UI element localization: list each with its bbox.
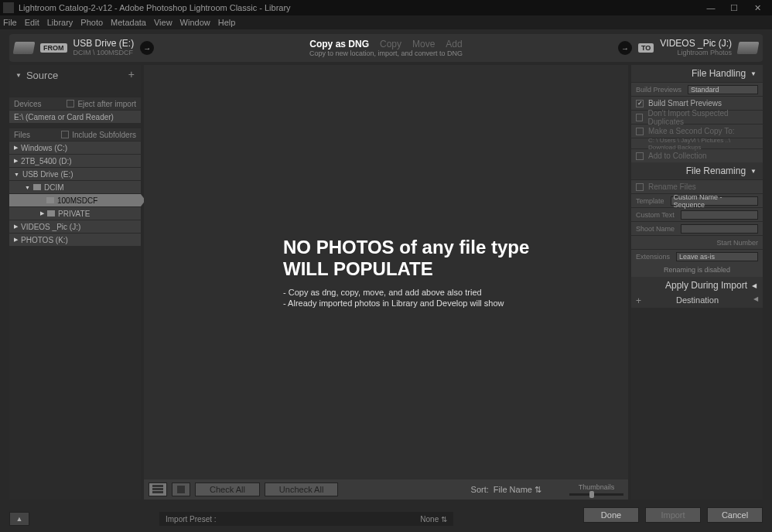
import-button[interactable]: Import <box>645 507 701 523</box>
check-all-button[interactable]: Check All <box>195 483 260 496</box>
triangle-down-icon: ▼ <box>14 172 19 177</box>
triangle-down-icon: ▼ <box>750 70 757 77</box>
template-row: TemplateCustom Name - Sequence <box>631 193 763 207</box>
loupe-view-button[interactable] <box>172 483 190 496</box>
smart-previews-row[interactable]: ✓Build Smart Previews <box>631 96 763 110</box>
folder-dcim[interactable]: ▼DCIM <box>9 180 141 193</box>
start-number-label: Start Number <box>716 239 758 247</box>
overlay-text-2: WILL POPULATE <box>283 258 433 280</box>
cancel-button[interactable]: Cancel <box>707 507 763 523</box>
device-row[interactable]: E:\ (Camera or Card Reader) <box>9 110 141 123</box>
eject-checkbox[interactable] <box>67 100 74 107</box>
folder-100msdcf[interactable]: 100MSDCF <box>9 193 141 206</box>
folder-100msdcf-label: 100MSDCF <box>57 196 97 205</box>
updown-icon: ⇅ <box>535 485 541 494</box>
menu-view[interactable]: View <box>154 18 173 27</box>
second-copy-row[interactable]: Make a Second Copy To: <box>631 124 763 138</box>
import-header: FROM USB Drive (E:) DCIM \ 100MSDCF → Co… <box>9 34 763 62</box>
add-source-icon[interactable]: + <box>128 68 135 80</box>
menu-photo[interactable]: Photo <box>80 18 103 27</box>
menu-help[interactable]: Help <box>218 18 236 27</box>
add-collection-checkbox[interactable] <box>636 152 644 160</box>
build-previews-dropdown[interactable]: Standard <box>688 85 758 94</box>
menu-metadata[interactable]: Metadata <box>111 18 146 27</box>
import-preset-label: Import Preset : <box>166 515 217 523</box>
menu-window[interactable]: Window <box>180 18 210 27</box>
destination-drive[interactable]: VIDEOS _Pic (J:) Lightroom Photos <box>660 39 732 57</box>
grid-view-button[interactable] <box>149 483 167 496</box>
source-panel: ▼ Source + Devices Eject after import E:… <box>9 65 141 500</box>
drive-d[interactable]: ▶2TB_5400 (D:) <box>9 154 141 167</box>
shoot-name-input[interactable] <box>681 224 758 234</box>
source-panel-header[interactable]: ▼ Source + <box>9 65 141 86</box>
triangle-left-icon: ◀ <box>753 295 758 306</box>
files-header: Files Include Subfolders <box>9 128 141 141</box>
custom-text-row: Custom Text <box>631 207 763 221</box>
duplicates-checkbox[interactable] <box>636 114 643 121</box>
arrow-right-icon: → <box>140 41 154 55</box>
triangle-up-icon: ▲ <box>16 515 23 523</box>
thumbnail-slider[interactable] <box>569 493 623 496</box>
extensions-row: ExtensionsLeave as-is <box>631 249 763 263</box>
start-number-row: Start Number <box>631 235 763 249</box>
menu-file[interactable]: File <box>3 18 17 27</box>
destination-title: Destination <box>676 295 719 306</box>
include-subfolders-checkbox[interactable] <box>61 131 69 138</box>
plus-icon[interactable]: + <box>636 295 641 306</box>
mode-copy[interactable]: Copy <box>380 39 401 49</box>
device-row-label: E:\ (Camera or Card Reader) <box>14 113 114 121</box>
done-button[interactable]: Done <box>583 507 639 523</box>
drive-j-label: VIDEOS _Pic (J:) <box>21 223 80 231</box>
folder-private[interactable]: ▶PRIVATE <box>9 206 141 220</box>
source-drive-path: DCIM \ 100MSDCF <box>73 48 135 57</box>
rename-files-checkbox[interactable] <box>636 183 644 191</box>
file-handling-header[interactable]: File Handling▼ <box>631 65 763 82</box>
expand-filmstrip-button[interactable]: ▲ <box>9 512 29 526</box>
drive-e[interactable]: ▼USB Drive (E:) <box>9 167 141 180</box>
mode-move[interactable]: Move <box>412 39 435 49</box>
destination-header[interactable]: +Destination◀ <box>631 294 763 308</box>
add-collection-row[interactable]: Add to Collection <box>631 148 763 162</box>
menu-library[interactable]: Library <box>47 18 73 27</box>
template-value: Custom Name - Sequence <box>674 193 755 209</box>
source-drive[interactable]: USB Drive (E:) DCIM \ 100MSDCF <box>73 39 135 57</box>
apply-during-import-header[interactable]: Apply During Import◀ <box>631 277 763 294</box>
source-drive-name: USB Drive (E:) <box>73 39 135 48</box>
mode-add[interactable]: Add <box>446 39 462 49</box>
file-handling-title: File Handling <box>692 68 746 79</box>
extensions-dropdown[interactable]: Leave as-is <box>676 252 758 261</box>
second-copy-checkbox[interactable] <box>636 128 644 135</box>
import-preset-bar[interactable]: Import Preset : None ⇅ <box>159 512 453 526</box>
devices-header: Devices Eject after import <box>9 97 141 110</box>
menubar: File Edit Library Photo Metadata View Wi… <box>0 15 772 29</box>
custom-text-input[interactable] <box>681 210 758 220</box>
drive-c[interactable]: ▶Windows (C:) <box>9 141 141 154</box>
app-icon <box>3 2 14 13</box>
rename-files-row[interactable]: Rename Files <box>631 179 763 193</box>
uncheck-all-button[interactable]: Uncheck All <box>265 483 338 496</box>
drive-k[interactable]: ▶PHOTOS (K:) <box>9 233 141 246</box>
drive-j[interactable]: ▶VIDEOS _Pic (J:) <box>9 220 141 233</box>
loupe-icon <box>177 486 185 493</box>
menu-edit[interactable]: Edit <box>25 18 39 27</box>
smart-previews-checkbox[interactable]: ✓ <box>636 100 644 107</box>
import-modes: Copy as DNG Copy Move Add <box>309 39 463 49</box>
import-mode-description: Copy to new location, import, and conver… <box>309 49 463 57</box>
folder-private-label: PRIVATE <box>58 210 90 218</box>
add-collection-label: Add to Collection <box>648 152 707 160</box>
maximize-button[interactable]: ☐ <box>722 3 746 13</box>
close-button[interactable]: ✕ <box>746 3 769 13</box>
thumbnail-size: Thumbnails <box>569 483 623 496</box>
sort-dropdown[interactable]: File Name ⇅ <box>494 485 541 495</box>
import-preset-value: None <box>420 515 439 523</box>
mode-copy-as-dng[interactable]: Copy as DNG <box>309 39 369 49</box>
build-previews-row: Build PreviewsStandard <box>631 82 763 96</box>
eject-label: Eject after import <box>77 100 136 108</box>
file-renaming-header[interactable]: File Renaming▼ <box>631 162 763 179</box>
files-label: Files <box>14 131 30 139</box>
duplicates-row[interactable]: Don't Import Suspected Duplicates <box>631 110 763 124</box>
template-label: Template <box>636 197 664 205</box>
minimize-button[interactable]: — <box>699 3 722 12</box>
triangle-left-icon: ◀ <box>752 282 757 289</box>
template-dropdown[interactable]: Custom Name - Sequence <box>671 196 758 206</box>
